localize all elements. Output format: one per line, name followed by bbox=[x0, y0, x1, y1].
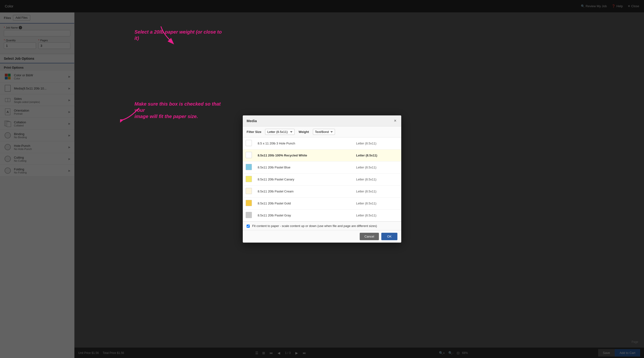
modal-header: Media × bbox=[243, 115, 401, 126]
item-name-cell: 8.5x11 20lb Pastel Cream bbox=[255, 185, 353, 197]
swatch-cell bbox=[243, 185, 255, 197]
table-row[interactable]: 8.5 x 11 20lb 3 Hole Punch Letter (8.5x1… bbox=[243, 137, 401, 149]
swatch-cell bbox=[243, 149, 255, 161]
item-name-cell: 8.5 x 11 20lb 3 Hole Punch bbox=[255, 137, 353, 149]
item-size-cell: Letter (8.5x11) bbox=[353, 149, 401, 161]
color-swatch bbox=[246, 176, 252, 182]
color-swatch bbox=[246, 152, 252, 158]
swatch-cell bbox=[243, 161, 255, 173]
item-size-cell: Letter (8.5x11) bbox=[353, 209, 401, 222]
item-size-cell: Letter (8.5x11) bbox=[353, 173, 401, 185]
color-swatch bbox=[246, 200, 252, 206]
color-swatch bbox=[246, 188, 252, 194]
item-name-cell: 8.5x11 20lb Pastel Canary bbox=[255, 173, 353, 185]
fit-content-label: Fit content to paper - scale content up … bbox=[252, 224, 377, 228]
item-name-cell: 8.5x11 20lb 100% Recycled White bbox=[255, 149, 353, 161]
filter-size-select[interactable]: Letter (8.5x11) Legal (8.5x14) Tabloid (… bbox=[265, 129, 295, 135]
media-table: 8.5 x 11 20lb 3 Hole Punch Letter (8.5x1… bbox=[243, 137, 401, 222]
modal-filter-row: Filter Size Letter (8.5x11) Legal (8.5x1… bbox=[243, 126, 401, 137]
item-size-cell: Letter (8.5x11) bbox=[353, 161, 401, 173]
table-row[interactable]: 8.5x11 20lb Pastel Gold Letter (8.5x11) bbox=[243, 197, 401, 209]
swatch-cell bbox=[243, 173, 255, 185]
color-swatch bbox=[246, 140, 252, 146]
fit-content-checkbox[interactable] bbox=[246, 225, 250, 228]
swatch-cell bbox=[243, 209, 255, 222]
item-size-cell: Letter (8.5x11) bbox=[353, 185, 401, 197]
weight-select[interactable]: Text/Bond Cover Index bbox=[313, 129, 335, 135]
media-modal: Media × Filter Size Letter (8.5x11) Lega… bbox=[243, 115, 401, 243]
item-size-cell: Letter (8.5x11) bbox=[353, 137, 401, 149]
swatch-cell bbox=[243, 137, 255, 149]
swatch-cell bbox=[243, 197, 255, 209]
modal-title: Media bbox=[246, 119, 257, 123]
modal-close-button[interactable]: × bbox=[393, 118, 398, 123]
table-row[interactable]: 8.5x11 20lb Pastel Blue Letter (8.5x11) bbox=[243, 161, 401, 173]
weight-label: Weight bbox=[298, 130, 309, 134]
item-size-cell: Letter (8.5x11) bbox=[353, 197, 401, 209]
table-row[interactable]: 8.5x11 20lb Pastel Gray Letter (8.5x11) bbox=[243, 209, 401, 222]
cancel-button[interactable]: Cancel bbox=[360, 233, 379, 240]
table-row[interactable]: 8.5x11 20lb 100% Recycled White Letter (… bbox=[243, 149, 401, 161]
color-swatch bbox=[246, 212, 252, 218]
modal-footer-row: Fit content to paper - scale content up … bbox=[243, 222, 401, 230]
item-name-cell: 8.5x11 20lb Pastel Gold bbox=[255, 197, 353, 209]
modal-buttons: Cancel OK bbox=[243, 230, 401, 243]
ok-button[interactable]: OK bbox=[381, 233, 398, 240]
table-row[interactable]: 8.5x11 20lb Pastel Cream Letter (8.5x11) bbox=[243, 185, 401, 197]
item-name-cell: 8.5x11 20lb Pastel Blue bbox=[255, 161, 353, 173]
table-row[interactable]: 8.5x11 20lb Pastel Canary Letter (8.5x11… bbox=[243, 173, 401, 185]
color-swatch bbox=[246, 164, 252, 170]
item-name-cell: 8.5x11 20lb Pastel Gray bbox=[255, 209, 353, 222]
modal-overlay[interactable]: Media × Filter Size Letter (8.5x11) Lega… bbox=[0, 0, 644, 358]
filter-size-label: Filter Size bbox=[246, 130, 261, 134]
